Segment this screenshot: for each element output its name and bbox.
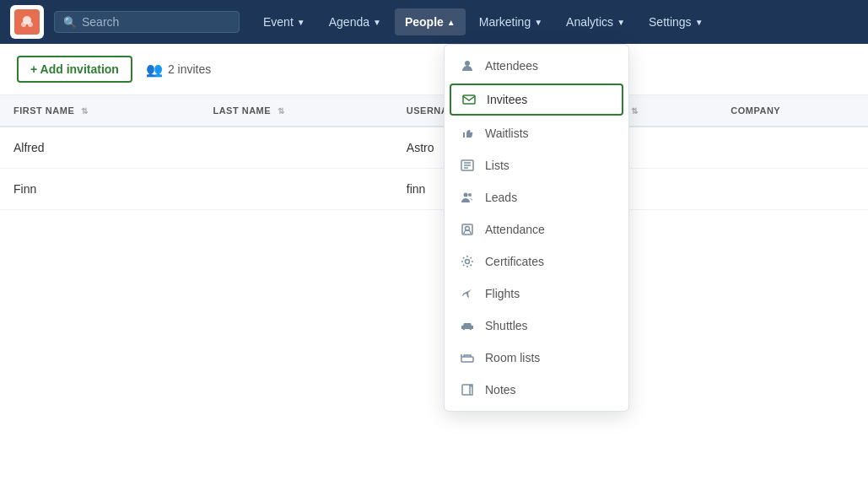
svg-point-10	[468, 193, 472, 197]
dropdown-label-waitlists: Waitlists	[485, 127, 529, 140]
envelope-icon	[461, 92, 477, 107]
chevron-down-icon: ▼	[695, 18, 704, 27]
chevron-down-icon: ▼	[297, 18, 305, 27]
dropdown-label-attendance: Attendance	[485, 223, 545, 236]
dropdown-item-room-lists[interactable]: Room lists	[445, 342, 628, 374]
dropdown-label-invitees: Invitees	[487, 93, 527, 106]
people-icon: 👥	[146, 62, 163, 78]
dropdown-label-flights: Flights	[485, 287, 520, 300]
invitees-table: FIRST NAME ⇅ LAST NAME ⇅ USERNAME ⇅ ROLE…	[0, 95, 868, 210]
nav-item-agenda[interactable]: Agenda ▼	[319, 8, 391, 35]
note-icon	[460, 382, 475, 397]
svg-point-9	[464, 193, 468, 197]
cell-last-name	[199, 127, 392, 169]
table-row: Alfred Astro	[0, 127, 868, 169]
chevron-down-icon: ▼	[534, 18, 542, 27]
cell-company	[717, 127, 868, 169]
table-header-row: FIRST NAME ⇅ LAST NAME ⇅ USERNAME ⇅ ROLE…	[0, 95, 868, 127]
chevron-down-icon: ▼	[373, 18, 381, 27]
col-last-name[interactable]: LAST NAME ⇅	[199, 95, 392, 127]
invites-count: 👥 2 invites	[146, 62, 211, 78]
navbar: 🔍 Event ▼ Agenda ▼ People ▲ Marketing ▼ …	[0, 0, 868, 44]
svg-rect-16	[461, 357, 473, 362]
dropdown-item-invitees[interactable]: Invitees	[450, 84, 623, 116]
dropdown-label-notes: Notes	[485, 383, 516, 396]
svg-point-14	[463, 328, 465, 330]
dropdown-item-lists[interactable]: Lists	[445, 149, 628, 181]
chevron-down-icon: ▼	[617, 18, 625, 27]
chevron-up-icon: ▲	[447, 18, 456, 27]
svg-point-13	[466, 260, 470, 264]
nav-item-analytics[interactable]: Analytics ▼	[556, 8, 635, 35]
sort-icon: ⇅	[81, 106, 89, 116]
col-company-label: COMPANY	[731, 105, 780, 116]
dropdown-item-notes[interactable]: Notes	[445, 374, 628, 406]
dropdown-item-certificates[interactable]: Certificates	[445, 245, 628, 278]
svg-point-15	[470, 328, 472, 330]
search-icon: 🔍	[63, 16, 77, 29]
search-input[interactable]	[82, 15, 230, 29]
nav-item-marketing[interactable]: Marketing ▼	[469, 8, 553, 35]
sort-icon: ⇅	[278, 106, 285, 116]
svg-rect-4	[463, 95, 475, 104]
car-icon	[460, 318, 475, 333]
sort-icon: ⇅	[631, 106, 639, 116]
col-first-name-label: FIRST NAME	[13, 105, 74, 116]
table-row: Finn finn	[0, 169, 868, 210]
add-invitation-label: + Add invitation	[30, 62, 119, 76]
svg-point-2	[28, 22, 33, 27]
dropdown-item-attendance[interactable]: Attendance	[445, 213, 628, 245]
dropdown-label-room-lists: Room lists	[485, 351, 540, 364]
cell-first-name: Alfred	[0, 127, 199, 169]
dropdown-item-waitlists[interactable]: Waitlists	[445, 117, 628, 149]
dropdown-item-attendees[interactable]: Attendees	[445, 50, 628, 82]
svg-rect-17	[462, 385, 470, 395]
dropdown-item-flights[interactable]: Flights	[445, 278, 628, 310]
search-bar[interactable]: 🔍	[54, 11, 240, 33]
add-invitation-button[interactable]: + Add invitation	[17, 56, 132, 83]
cell-company	[717, 169, 868, 210]
cell-first-name: Finn	[0, 169, 199, 210]
dropdown-label-leads: Leads	[485, 191, 517, 204]
nav-label-agenda: Agenda	[329, 15, 369, 29]
dropdown-label-lists: Lists	[485, 159, 509, 172]
dropdown-label-shuttles: Shuttles	[485, 319, 528, 332]
dropdown-label-certificates: Certificates	[485, 255, 544, 268]
nav-label-event: Event	[263, 15, 294, 29]
gear-icon	[460, 254, 475, 269]
logo	[10, 5, 44, 39]
col-first-name[interactable]: FIRST NAME ⇅	[0, 95, 199, 127]
toolbar: + Add invitation 👥 2 invites	[0, 44, 868, 95]
logo-inner	[14, 9, 40, 35]
thumbsup-icon	[460, 126, 475, 141]
people-icon	[460, 190, 475, 205]
nav-label-settings: Settings	[649, 15, 692, 29]
nav-item-people[interactable]: People ▲	[395, 8, 466, 35]
nav-item-event[interactable]: Event ▼	[253, 8, 315, 35]
svg-point-3	[465, 61, 470, 66]
nav-label-people: People	[405, 15, 444, 29]
plane-icon	[460, 286, 475, 301]
col-last-name-label: LAST NAME	[213, 105, 271, 116]
attendance-icon	[460, 222, 475, 237]
svg-point-1	[21, 22, 26, 27]
people-dropdown: Attendees Invitees Waitlists Lists Leads…	[444, 44, 629, 412]
bed-icon	[460, 350, 475, 365]
invites-label: 2 invites	[168, 62, 211, 76]
col-company: COMPANY	[717, 95, 868, 127]
list-icon	[460, 158, 475, 173]
dropdown-label-attendees: Attendees	[485, 59, 538, 73]
cell-last-name	[199, 169, 392, 210]
nav-label-marketing: Marketing	[479, 15, 531, 29]
nav-item-settings[interactable]: Settings ▼	[639, 8, 714, 35]
nav-label-analytics: Analytics	[566, 15, 613, 29]
dropdown-item-shuttles[interactable]: Shuttles	[445, 310, 628, 342]
person-icon	[460, 58, 475, 73]
dropdown-item-leads[interactable]: Leads	[445, 181, 628, 213]
